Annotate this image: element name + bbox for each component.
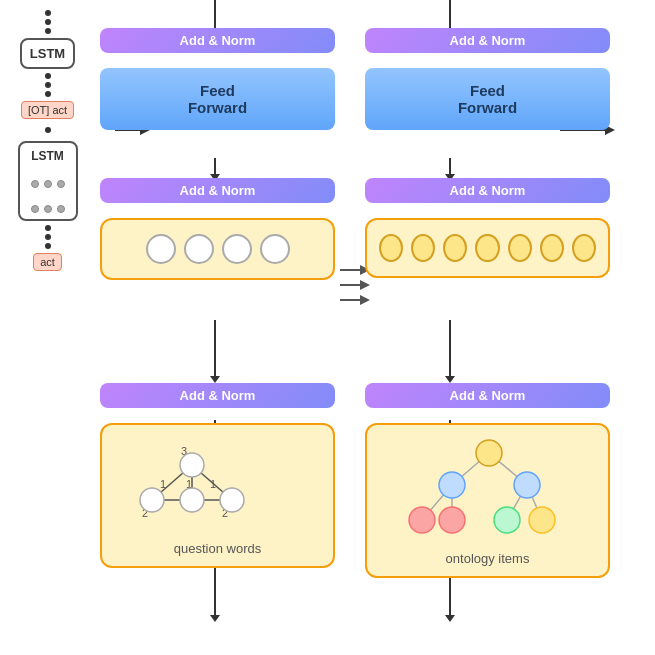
svg-marker-21 bbox=[360, 295, 370, 305]
attention-circle-yellow bbox=[475, 234, 499, 262]
feed-forward-left-box: Feed Forward bbox=[100, 68, 335, 130]
lstm-top: LSTM bbox=[20, 38, 75, 69]
svg-point-45 bbox=[180, 453, 204, 477]
lstm-top-label: LSTM bbox=[30, 46, 65, 61]
left-lstm-panel: LSTM [OT] act LSTM bbox=[5, 10, 90, 271]
ontology-tree-svg bbox=[377, 435, 602, 545]
self-attention-inner bbox=[100, 218, 335, 280]
inner-dots-row2 bbox=[31, 205, 65, 213]
sm-dot bbox=[44, 180, 52, 188]
lstm-bottom: LSTM bbox=[18, 141, 78, 221]
sm-dot bbox=[44, 205, 52, 213]
svg-marker-19 bbox=[360, 280, 370, 290]
svg-point-55 bbox=[476, 440, 502, 466]
add-norm-right-top: Add & Norm bbox=[365, 28, 610, 53]
svg-point-48 bbox=[220, 488, 244, 512]
add-norm-left-mid: Add & Norm bbox=[100, 178, 335, 203]
attention-circle-yellow bbox=[379, 234, 403, 262]
add-norm-label-left-mid: Add & Norm bbox=[100, 178, 335, 203]
svg-marker-29 bbox=[445, 615, 455, 622]
self-attention-box bbox=[100, 218, 335, 280]
dot bbox=[45, 243, 51, 249]
lstm-bottom-label: LSTM bbox=[31, 149, 64, 163]
add-norm-label-right-mid: Add & Norm bbox=[365, 178, 610, 203]
diagram-container: LSTM [OT] act LSTM bbox=[0, 0, 655, 655]
attention-circle bbox=[222, 234, 252, 264]
add-norm-label-right-top: Add & Norm bbox=[365, 28, 610, 53]
sm-dot bbox=[31, 180, 39, 188]
attention-circle bbox=[184, 234, 214, 264]
svg-point-61 bbox=[529, 507, 555, 533]
act-bottom-label: act bbox=[33, 253, 62, 271]
inner-dots-row1 bbox=[31, 180, 65, 188]
question-graph: 3 1 1 1 2 2 bbox=[112, 435, 323, 535]
feed-forward-left: Feed Forward bbox=[100, 68, 335, 130]
dot bbox=[45, 225, 51, 231]
question-label: question words bbox=[112, 541, 323, 556]
add-norm-label-left-top: Add & Norm bbox=[100, 28, 335, 53]
svg-marker-23 bbox=[210, 376, 220, 383]
add-norm-left-bot: Add & Norm bbox=[100, 383, 335, 408]
dot bbox=[45, 28, 51, 34]
dot bbox=[45, 73, 51, 79]
svg-point-59 bbox=[439, 507, 465, 533]
svg-point-60 bbox=[494, 507, 520, 533]
ontology-box: ontology items bbox=[365, 423, 610, 578]
bottom-dots bbox=[45, 225, 51, 249]
attention-circle-yellow bbox=[572, 234, 596, 262]
question-graph-svg: 3 1 1 1 2 2 bbox=[112, 435, 327, 530]
mid-dots bbox=[45, 73, 51, 97]
single-dot bbox=[45, 127, 51, 133]
dot bbox=[45, 19, 51, 25]
dot bbox=[45, 10, 51, 16]
add-norm-left-top: Add & Norm bbox=[100, 28, 335, 53]
attention-circle-yellow bbox=[540, 234, 564, 262]
top-dots bbox=[45, 10, 51, 34]
add-norm-label-right-bot: Add & Norm bbox=[365, 383, 610, 408]
dot bbox=[45, 91, 51, 97]
svg-marker-25 bbox=[445, 376, 455, 383]
sm-dot bbox=[57, 180, 65, 188]
add-norm-label-left-bot: Add & Norm bbox=[100, 383, 335, 408]
attention-circle bbox=[260, 234, 290, 264]
attention-circle bbox=[146, 234, 176, 264]
dot bbox=[45, 82, 51, 88]
sm-dot bbox=[57, 205, 65, 213]
add-norm-right-mid: Add & Norm bbox=[365, 178, 610, 203]
lstm-bottom-container: LSTM bbox=[18, 141, 78, 221]
attention-circle-yellow bbox=[411, 234, 435, 262]
attention-circle-yellow bbox=[443, 234, 467, 262]
svg-text:1: 1 bbox=[210, 478, 216, 490]
cross-attention-box bbox=[365, 218, 610, 278]
feed-forward-right-box: Feed Forward bbox=[365, 68, 610, 130]
feed-forward-right: Feed Forward bbox=[365, 68, 610, 130]
svg-point-56 bbox=[439, 472, 465, 498]
svg-point-58 bbox=[409, 507, 435, 533]
question-words-box: 3 1 1 1 2 2 question words bbox=[100, 423, 335, 568]
svg-marker-27 bbox=[210, 615, 220, 622]
sm-dot bbox=[31, 205, 39, 213]
svg-point-57 bbox=[514, 472, 540, 498]
dot bbox=[45, 234, 51, 240]
svg-text:1: 1 bbox=[160, 478, 166, 490]
ontology-tree bbox=[377, 435, 598, 545]
add-norm-right-bot: Add & Norm bbox=[365, 383, 610, 408]
cross-attention-inner bbox=[365, 218, 610, 278]
act-top-label: [OT] act bbox=[21, 101, 74, 119]
svg-point-46 bbox=[140, 488, 164, 512]
svg-point-47 bbox=[180, 488, 204, 512]
attention-circle-yellow bbox=[508, 234, 532, 262]
ontology-label: ontology items bbox=[377, 551, 598, 566]
